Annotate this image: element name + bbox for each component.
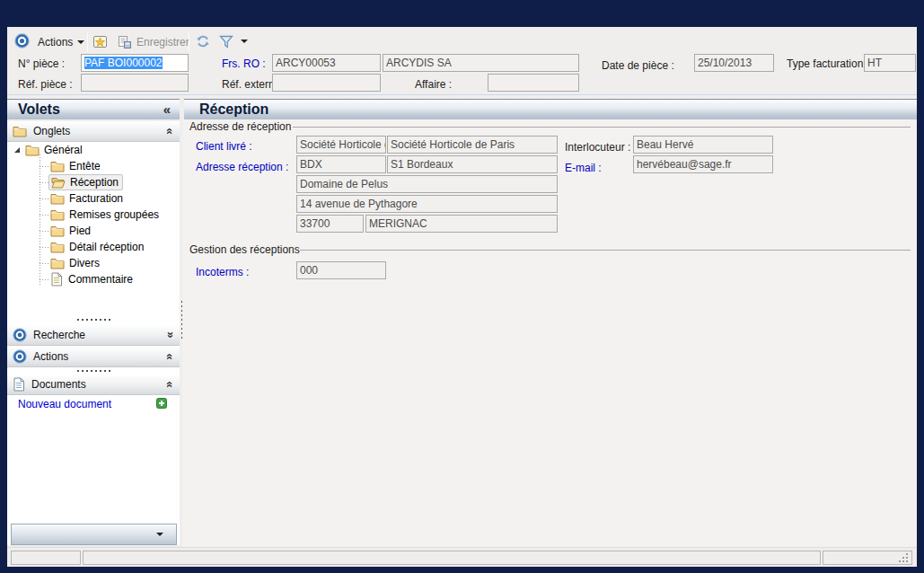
panel-splitter-handle[interactable]	[77, 319, 113, 321]
tree-item-pied[interactable]: Pied	[50, 223, 91, 239]
bullseye-icon	[13, 328, 27, 342]
folder-icon	[50, 160, 65, 172]
tree-item-remises-groupees[interactable]: Remises groupées	[50, 207, 159, 223]
tree-item-label: Entête	[69, 160, 101, 172]
sidebar-bottom-dropdown[interactable]	[11, 524, 177, 545]
client-livre-label[interactable]: Client livré :	[196, 140, 252, 153]
status-bar	[7, 547, 917, 567]
page-icon	[13, 377, 25, 392]
tree-connector	[40, 198, 48, 199]
collapse-panel-icon[interactable]: «	[164, 128, 173, 134]
save-button-label: Enregistrer	[136, 36, 189, 48]
frs-ro-code-input[interactable]: ARCY00053	[272, 54, 381, 72]
expand-panel-icon[interactable]: «	[164, 331, 173, 338]
tree-item-label: Réception	[70, 176, 119, 189]
adresse-ligne2-input[interactable]: 14 avenue de Pythagore	[296, 195, 558, 213]
panel-splitter-handle[interactable]	[77, 370, 113, 372]
tree-item-reception[interactable]: Réception	[48, 174, 123, 190]
ref-piece-input[interactable]	[81, 74, 189, 92]
panel-title-onglets: Onglets	[33, 125, 166, 137]
collapse-panel-icon[interactable]: «	[164, 381, 173, 387]
interlocuteur-input[interactable]: Beau Hervé	[633, 136, 773, 154]
bullseye-icon	[13, 349, 27, 364]
affaire-label: Affaire :	[415, 78, 452, 91]
nouveau-document-link[interactable]: Nouveau document	[18, 398, 111, 410]
tree-item-label: Remises groupées	[69, 208, 159, 221]
ville-input[interactable]: MERIGNAC	[365, 215, 558, 233]
ref-externe-input[interactable]	[272, 74, 381, 92]
app-frame: Actions Enregistrer N° pièce : PAF BOI00…	[0, 0, 924, 573]
add-document-icon[interactable]	[156, 398, 167, 409]
interlocuteur-label: Interlocuteur :	[565, 141, 630, 154]
client-livre-code-input[interactable]: Société Horticole d	[296, 136, 386, 154]
date-piece-label: Date de pièce :	[602, 59, 674, 72]
sidebar-title: Volets	[18, 101, 163, 118]
new-document-icon[interactable]	[92, 34, 108, 49]
frs-ro-name-input[interactable]: ARCYDIS SA	[383, 54, 579, 72]
tree-item-label: Divers	[69, 257, 100, 269]
collapse-sidebar-icon[interactable]: «	[163, 105, 171, 114]
adresse-reception-label[interactable]: Adresse réception :	[196, 161, 288, 173]
chevron-down-icon	[77, 40, 84, 44]
type-facturation-input[interactable]: HT	[864, 54, 916, 72]
page-icon	[50, 272, 63, 286]
code-postal-input[interactable]: 33700	[296, 215, 364, 233]
tree-item-general[interactable]: Général	[14, 142, 83, 158]
main-titlebar: Réception	[184, 99, 917, 119]
tree-item-label: Général	[44, 144, 83, 156]
adresse-group-title: Adresse de réception	[189, 120, 291, 133]
header-divider	[7, 94, 917, 95]
panel-header-actions[interactable]: Actions «	[7, 347, 180, 367]
filter-dropdown-icon[interactable]	[241, 40, 248, 43]
tree-connector	[40, 182, 48, 183]
tree-expander-icon[interactable]	[14, 147, 20, 153]
tree-item-facturation[interactable]: Facturation	[50, 190, 123, 207]
gestion-group-title: Gestion des réceptions	[189, 243, 300, 256]
folder-icon	[25, 144, 40, 156]
email-input[interactable]: hervébeau@sage.fr	[633, 155, 773, 173]
tree-item-detail-reception[interactable]: Détail réception	[50, 239, 144, 255]
frs-ro-label[interactable]: Frs. RO :	[222, 57, 266, 70]
status-cell-left	[11, 551, 81, 565]
tree-connector	[40, 215, 48, 216]
tree-item-commentaire[interactable]: Commentaire	[50, 271, 133, 287]
tree-connector	[40, 263, 48, 264]
date-piece-input[interactable]: 25/10/2013	[694, 54, 774, 72]
folder-icon	[50, 257, 65, 269]
tree-connector	[40, 154, 40, 286]
incoterms-label[interactable]: Incoterms :	[196, 266, 249, 278]
panel-header-onglets[interactable]: Onglets «	[7, 121, 180, 142]
save-button[interactable]: Enregistrer	[118, 35, 189, 49]
adresse-code-input[interactable]: BDX	[296, 155, 386, 173]
toolbar-separator	[87, 32, 88, 52]
collapse-panel-icon[interactable]: «	[164, 353, 173, 359]
tree-item-entete[interactable]: Entête	[50, 158, 101, 174]
num-piece-input[interactable]: PAF BOI000002	[81, 54, 189, 72]
panel-header-recherche[interactable]: Recherche «	[7, 325, 180, 346]
tree-item-label: Commentaire	[68, 273, 133, 286]
tree-item-divers[interactable]: Divers	[50, 255, 100, 271]
tree-connector	[40, 231, 48, 232]
panel-title-actions: Actions	[33, 350, 166, 363]
panel-title-documents: Documents	[31, 378, 166, 391]
toolbar-separator	[189, 32, 189, 52]
client-livre-name-input[interactable]: Société Horticole de Paris	[387, 136, 558, 154]
tree-item-label: Pied	[69, 225, 91, 237]
folder-icon	[50, 192, 65, 205]
sidebar-titlebar: Volets «	[7, 99, 180, 119]
adresse-name-input[interactable]: S1 Bordeaux	[387, 155, 558, 173]
actions-menu-button[interactable]: Actions	[38, 36, 84, 48]
email-label[interactable]: E-mail :	[565, 162, 602, 174]
panel-title-recherche: Recherche	[33, 329, 166, 341]
tree-item-label: Détail réception	[69, 241, 144, 253]
refresh-icon[interactable]	[196, 34, 210, 48]
tree-selected-highlight: Réception	[48, 174, 123, 190]
resize-grip-icon[interactable]	[899, 553, 909, 563]
tree-connector	[40, 247, 48, 248]
actions-menu-label: Actions	[38, 36, 73, 48]
panel-header-documents[interactable]: Documents «	[7, 375, 180, 395]
affaire-input[interactable]	[488, 74, 579, 92]
adresse-ligne1-input[interactable]: Domaine de Pelus	[296, 175, 558, 193]
filter-icon[interactable]	[218, 34, 234, 48]
incoterms-input[interactable]: 000	[296, 261, 386, 279]
